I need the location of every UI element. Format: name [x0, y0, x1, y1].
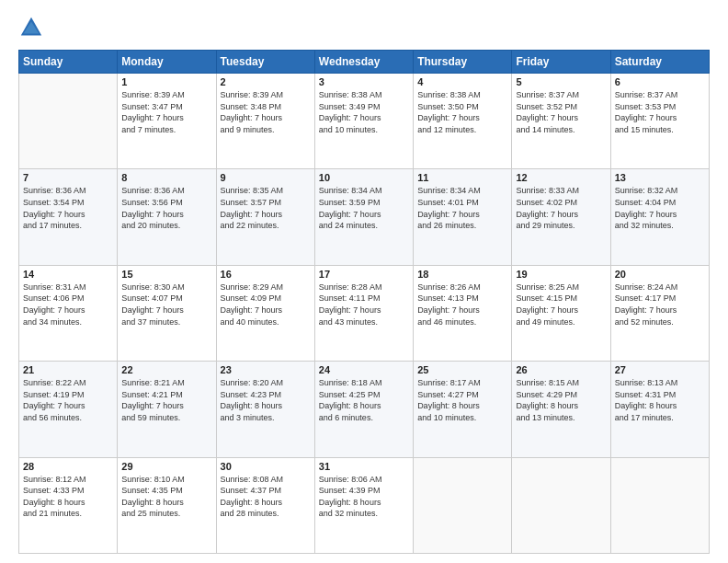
day-number: 12	[516, 172, 606, 183]
day-number: 1	[121, 76, 211, 87]
day-cell: 11Sunrise: 8:34 AM Sunset: 4:01 PM Dayli…	[414, 169, 512, 265]
day-number: 27	[615, 364, 705, 375]
weekday-header-wednesday: Wednesday	[314, 51, 413, 74]
day-cell: 4Sunrise: 8:38 AM Sunset: 3:50 PM Daylig…	[414, 74, 512, 169]
day-cell: 10Sunrise: 8:34 AM Sunset: 3:59 PM Dayli…	[314, 169, 413, 265]
logo-icon	[18, 15, 44, 40]
week-row-3: 14Sunrise: 8:31 AM Sunset: 4:06 PM Dayli…	[19, 265, 710, 361]
day-info: Sunrise: 8:24 AM Sunset: 4:17 PM Dayligh…	[615, 282, 705, 327]
day-number: 16	[221, 269, 311, 280]
day-number: 14	[23, 269, 113, 280]
day-info: Sunrise: 8:15 AM Sunset: 4:29 PM Dayligh…	[516, 377, 606, 423]
day-number: 26	[516, 364, 606, 375]
day-cell: 12Sunrise: 8:33 AM Sunset: 4:02 PM Dayli…	[512, 169, 610, 265]
day-cell: 31Sunrise: 8:06 AM Sunset: 4:39 PM Dayli…	[314, 457, 413, 553]
day-number: 29	[121, 461, 211, 472]
day-info: Sunrise: 8:17 AM Sunset: 4:27 PM Dayligh…	[417, 377, 507, 423]
day-number: 21	[23, 364, 113, 375]
day-info: Sunrise: 8:26 AM Sunset: 4:13 PM Dayligh…	[417, 282, 507, 327]
day-cell: 27Sunrise: 8:13 AM Sunset: 4:31 PM Dayli…	[610, 362, 709, 457]
day-cell: 13Sunrise: 8:32 AM Sunset: 4:04 PM Dayli…	[610, 169, 709, 265]
day-cell: 6Sunrise: 8:37 AM Sunset: 3:53 PM Daylig…	[610, 74, 709, 169]
weekday-header-thursday: Thursday	[414, 51, 512, 74]
day-number: 23	[221, 364, 311, 375]
day-info: Sunrise: 8:33 AM Sunset: 4:02 PM Dayligh…	[516, 185, 606, 231]
day-cell: 22Sunrise: 8:21 AM Sunset: 4:21 PM Dayli…	[118, 362, 216, 457]
day-cell: 3Sunrise: 8:38 AM Sunset: 3:49 PM Daylig…	[314, 74, 413, 169]
day-number: 24	[319, 364, 409, 375]
day-cell: 16Sunrise: 8:29 AM Sunset: 4:09 PM Dayli…	[216, 265, 314, 361]
day-info: Sunrise: 8:13 AM Sunset: 4:31 PM Dayligh…	[615, 377, 705, 423]
week-row-5: 28Sunrise: 8:12 AM Sunset: 4:33 PM Dayli…	[19, 457, 710, 553]
day-cell: 9Sunrise: 8:35 AM Sunset: 3:57 PM Daylig…	[216, 169, 314, 265]
day-number: 15	[121, 269, 211, 280]
weekday-header-saturday: Saturday	[610, 51, 709, 74]
day-cell: 2Sunrise: 8:39 AM Sunset: 3:48 PM Daylig…	[216, 74, 314, 169]
day-cell: 18Sunrise: 8:26 AM Sunset: 4:13 PM Dayli…	[414, 265, 512, 361]
day-number: 31	[319, 461, 409, 472]
day-info: Sunrise: 8:36 AM Sunset: 3:56 PM Dayligh…	[121, 185, 211, 231]
day-info: Sunrise: 8:25 AM Sunset: 4:15 PM Dayligh…	[516, 282, 606, 327]
day-number: 4	[417, 76, 507, 87]
day-info: Sunrise: 8:32 AM Sunset: 4:04 PM Dayligh…	[615, 185, 705, 231]
day-info: Sunrise: 8:34 AM Sunset: 4:01 PM Dayligh…	[417, 185, 507, 231]
day-info: Sunrise: 8:31 AM Sunset: 4:06 PM Dayligh…	[23, 282, 113, 327]
day-cell: 7Sunrise: 8:36 AM Sunset: 3:54 PM Daylig…	[19, 169, 118, 265]
day-number: 5	[516, 76, 606, 87]
weekday-header-sunday: Sunday	[19, 51, 118, 74]
day-info: Sunrise: 8:18 AM Sunset: 4:25 PM Dayligh…	[319, 377, 409, 423]
day-info: Sunrise: 8:20 AM Sunset: 4:23 PM Dayligh…	[221, 377, 311, 423]
day-info: Sunrise: 8:08 AM Sunset: 4:37 PM Dayligh…	[221, 474, 311, 520]
day-info: Sunrise: 8:37 AM Sunset: 3:53 PM Dayligh…	[615, 89, 705, 135]
day-cell: 21Sunrise: 8:22 AM Sunset: 4:19 PM Dayli…	[19, 362, 118, 457]
day-number: 10	[319, 172, 409, 183]
day-cell: 23Sunrise: 8:20 AM Sunset: 4:23 PM Dayli…	[216, 362, 314, 457]
day-cell	[610, 457, 709, 553]
page: SundayMondayTuesdayWednesdayThursdayFrid…	[0, 0, 728, 563]
day-info: Sunrise: 8:36 AM Sunset: 3:54 PM Dayligh…	[23, 185, 113, 231]
day-cell: 17Sunrise: 8:28 AM Sunset: 4:11 PM Dayli…	[314, 265, 413, 361]
day-cell: 29Sunrise: 8:10 AM Sunset: 4:35 PM Dayli…	[118, 457, 216, 553]
day-cell: 30Sunrise: 8:08 AM Sunset: 4:37 PM Dayli…	[216, 457, 314, 553]
day-number: 9	[221, 172, 311, 183]
week-row-4: 21Sunrise: 8:22 AM Sunset: 4:19 PM Dayli…	[19, 362, 710, 457]
day-number: 19	[516, 269, 606, 280]
week-row-2: 7Sunrise: 8:36 AM Sunset: 3:54 PM Daylig…	[19, 169, 710, 265]
day-number: 13	[615, 172, 705, 183]
day-info: Sunrise: 8:37 AM Sunset: 3:52 PM Dayligh…	[516, 89, 606, 135]
day-cell: 14Sunrise: 8:31 AM Sunset: 4:06 PM Dayli…	[19, 265, 118, 361]
weekday-header-friday: Friday	[512, 51, 610, 74]
day-number: 7	[23, 172, 113, 183]
day-cell	[19, 74, 118, 169]
logo	[18, 15, 48, 40]
day-cell: 19Sunrise: 8:25 AM Sunset: 4:15 PM Dayli…	[512, 265, 610, 361]
week-row-1: 1Sunrise: 8:39 AM Sunset: 3:47 PM Daylig…	[19, 74, 710, 169]
day-cell: 15Sunrise: 8:30 AM Sunset: 4:07 PM Dayli…	[118, 265, 216, 361]
day-number: 20	[615, 269, 705, 280]
day-cell	[414, 457, 512, 553]
day-number: 22	[121, 364, 211, 375]
header	[18, 15, 710, 40]
day-number: 17	[319, 269, 409, 280]
day-info: Sunrise: 8:39 AM Sunset: 3:47 PM Dayligh…	[121, 89, 211, 135]
day-number: 25	[417, 364, 507, 375]
day-info: Sunrise: 8:38 AM Sunset: 3:49 PM Dayligh…	[319, 89, 409, 135]
day-info: Sunrise: 8:28 AM Sunset: 4:11 PM Dayligh…	[319, 282, 409, 327]
day-number: 18	[417, 269, 507, 280]
day-number: 8	[121, 172, 211, 183]
day-cell: 20Sunrise: 8:24 AM Sunset: 4:17 PM Dayli…	[610, 265, 709, 361]
day-info: Sunrise: 8:39 AM Sunset: 3:48 PM Dayligh…	[221, 89, 311, 135]
day-info: Sunrise: 8:21 AM Sunset: 4:21 PM Dayligh…	[121, 377, 211, 423]
day-cell: 24Sunrise: 8:18 AM Sunset: 4:25 PM Dayli…	[314, 362, 413, 457]
day-info: Sunrise: 8:30 AM Sunset: 4:07 PM Dayligh…	[121, 282, 211, 327]
day-cell: 26Sunrise: 8:15 AM Sunset: 4:29 PM Dayli…	[512, 362, 610, 457]
weekday-header-monday: Monday	[118, 51, 216, 74]
day-info: Sunrise: 8:35 AM Sunset: 3:57 PM Dayligh…	[221, 185, 311, 231]
day-number: 6	[615, 76, 705, 87]
day-number: 11	[417, 172, 507, 183]
header-row: SundayMondayTuesdayWednesdayThursdayFrid…	[19, 51, 710, 74]
day-cell: 25Sunrise: 8:17 AM Sunset: 4:27 PM Dayli…	[414, 362, 512, 457]
day-info: Sunrise: 8:12 AM Sunset: 4:33 PM Dayligh…	[23, 474, 113, 520]
day-info: Sunrise: 8:10 AM Sunset: 4:35 PM Dayligh…	[121, 474, 211, 520]
day-info: Sunrise: 8:38 AM Sunset: 3:50 PM Dayligh…	[417, 89, 507, 135]
